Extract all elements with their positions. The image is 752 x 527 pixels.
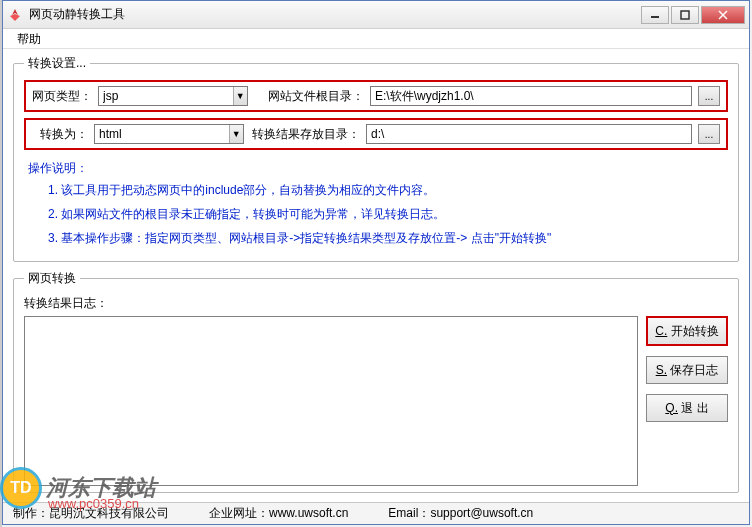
convert-group: 网页转换 转换结果日志： C. 开始转换 S. 保存日志 Q. 退 出	[13, 270, 739, 493]
menubar: 帮助	[3, 29, 749, 49]
titlebar: 网页动静转换工具	[3, 1, 749, 29]
settings-group: 转换设置... 网页类型： ▼ 网站文件根目录： ... 转换为： ▼ 转换结果…	[13, 55, 739, 262]
save-log-button[interactable]: S. 保存日志	[646, 356, 728, 384]
menu-help[interactable]: 帮助	[11, 30, 47, 48]
maker-label: 制作：昆明沉文科技有限公司	[13, 505, 169, 522]
svg-rect-1	[681, 11, 689, 19]
maximize-button[interactable]	[671, 6, 699, 24]
email-info: Email：support@uwsoft.cn	[388, 505, 533, 522]
close-button[interactable]	[701, 6, 745, 24]
site-info: 企业网址：www.uwsoft.cn	[209, 505, 348, 522]
instruction-item: 2. 如果网站文件的根目录未正确指定，转换时可能为异常，详见转换日志。	[48, 205, 724, 223]
page-type-input[interactable]	[99, 89, 233, 103]
action-column: C. 开始转换 S. 保存日志 Q. 退 出	[646, 316, 728, 486]
root-dir-label: 网站文件根目录：	[254, 88, 364, 105]
log-textarea[interactable]	[24, 316, 638, 486]
app-icon	[7, 7, 23, 23]
convert-to-combo[interactable]: ▼	[94, 124, 244, 144]
settings-legend: 转换设置...	[24, 55, 90, 72]
chevron-down-icon[interactable]: ▼	[233, 87, 247, 105]
instructions: 操作说明： 1. 该工具用于把动态网页中的include部分，自动替换为相应的文…	[24, 156, 728, 255]
log-label: 转换结果日志：	[24, 295, 728, 312]
convert-to-label: 转换为：	[32, 126, 88, 143]
start-convert-button[interactable]: C. 开始转换	[646, 316, 728, 346]
convert-legend: 网页转换	[24, 270, 80, 287]
root-dir-input[interactable]	[370, 86, 692, 106]
row-page-type: 网页类型： ▼ 网站文件根目录： ...	[24, 80, 728, 112]
page-type-label: 网页类型：	[32, 88, 92, 105]
result-dir-input[interactable]	[366, 124, 692, 144]
browse-result-button[interactable]: ...	[698, 124, 720, 144]
instruction-item: 3. 基本操作步骤：指定网页类型、网站根目录->指定转换结果类型及存放位置-> …	[48, 229, 724, 247]
minimize-button[interactable]	[641, 6, 669, 24]
quit-button[interactable]: Q. 退 出	[646, 394, 728, 422]
convert-to-input[interactable]	[95, 127, 229, 141]
window-title: 网页动静转换工具	[29, 6, 641, 23]
chevron-down-icon[interactable]: ▼	[229, 125, 243, 143]
result-dir-label: 转换结果存放目录：	[250, 126, 360, 143]
page-type-combo[interactable]: ▼	[98, 86, 248, 106]
row-convert-to: 转换为： ▼ 转换结果存放目录： ...	[24, 118, 728, 150]
browse-root-button[interactable]: ...	[698, 86, 720, 106]
app-window: 网页动静转换工具 帮助 转换设置... 网页类型： ▼ 网站文件根目录： ...	[2, 0, 750, 525]
instruction-item: 1. 该工具用于把动态网页中的include部分，自动替换为相应的文件内容。	[48, 181, 724, 199]
statusbar: 制作：昆明沉文科技有限公司 企业网址：www.uwsoft.cn Email：s…	[3, 502, 749, 524]
instructions-header: 操作说明：	[28, 160, 724, 177]
window-controls	[641, 6, 745, 24]
